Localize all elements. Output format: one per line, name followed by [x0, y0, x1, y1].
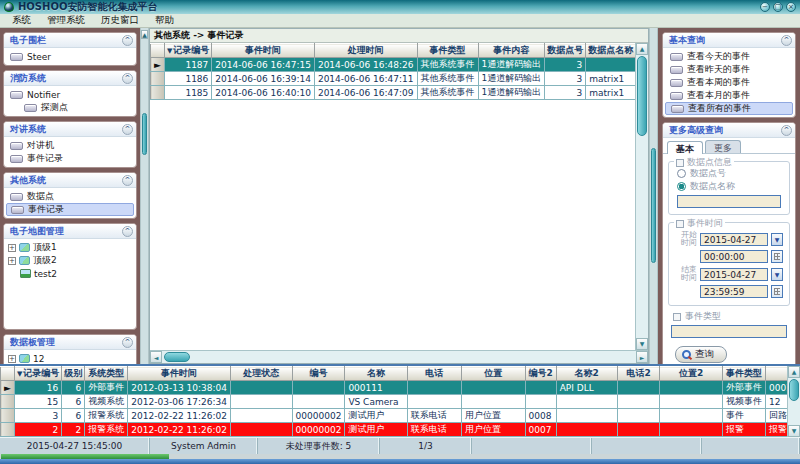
col-number[interactable]: 编号	[292, 367, 345, 381]
end-time-field[interactable]: 23:59:59	[700, 285, 768, 298]
start-time-field[interactable]: 00:00:00	[700, 250, 768, 263]
scroll-right-icon[interactable]: ►	[636, 351, 648, 363]
datapoint-checkbox[interactable]	[676, 159, 684, 167]
col-event-content[interactable]: 事件内容	[478, 44, 545, 58]
col-name2[interactable]: 名称2	[556, 367, 617, 381]
sidebar-item-event-records[interactable]: 事件记录	[6, 203, 134, 216]
col-number2[interactable]: 编号2	[525, 367, 556, 381]
radio-datapoint-name[interactable]: 数据点名称	[673, 180, 785, 193]
minimize-icon[interactable]: −	[760, 2, 770, 12]
table-row[interactable]: 1185 2014-06-06 16:40:10 2014-06-06 16:4…	[151, 86, 649, 100]
close-icon[interactable]: ×	[786, 2, 796, 12]
calendar-icon[interactable]	[771, 250, 783, 263]
collapse-icon[interactable]: ^	[122, 175, 133, 186]
collapse-icon[interactable]: ^	[122, 73, 133, 84]
menu-system[interactable]: 系统	[4, 14, 39, 27]
col-handle-time[interactable]: 处理时间	[314, 44, 417, 58]
panel-header[interactable]: 更多高级查询 ^	[663, 123, 795, 138]
sidebar-item-intercom[interactable]: 对讲机	[4, 139, 136, 152]
scroll-down-icon[interactable]: ▼	[636, 338, 648, 350]
table-row[interactable]: ► 1187 2014-06-06 16:47:15 2014-06-06 16…	[151, 58, 649, 72]
menu-manage-system[interactable]: 管理系统	[39, 14, 93, 27]
query-today[interactable]: 查看今天的事件	[665, 50, 793, 63]
start-date-field[interactable]: 2015-04-27	[700, 233, 768, 246]
panel-header[interactable]: 数据板管理 ^	[4, 335, 136, 350]
table-row[interactable]: ► 16 6 外部事件 2012-03-13 10:38:04 000111 A…	[1, 381, 800, 395]
scrollbar-thumb[interactable]	[164, 352, 190, 362]
panel-header[interactable]: 对讲系统 ^	[4, 122, 136, 137]
panel-header[interactable]: 其他系统 ^	[4, 173, 136, 188]
dropdown-icon[interactable]: ▼	[771, 233, 783, 246]
calendar-icon[interactable]	[771, 285, 783, 298]
radio-icon[interactable]	[677, 169, 686, 178]
tree-item-top2[interactable]: + 顶级2	[4, 254, 136, 267]
alarm-row[interactable]: 2 2 报警系统 2012-02-22 11:26:02 00000002 测试…	[1, 423, 800, 437]
table-row[interactable]: 1186 2014-06-06 16:39:14 2014-06-06 16:4…	[151, 72, 649, 86]
event-type-input[interactable]	[671, 325, 787, 338]
radio-selected-icon[interactable]	[677, 182, 686, 191]
event-type-checkbox[interactable]	[673, 313, 681, 321]
vertical-scrollbar[interactable]: ▲ ▼	[635, 43, 648, 350]
panel-header[interactable]: 基本查询 ^	[663, 33, 795, 48]
col-event-type[interactable]: 事件类型	[417, 44, 478, 58]
col-event-type[interactable]: 事件类型	[722, 367, 765, 381]
event-time-checkbox[interactable]	[676, 220, 684, 228]
col-system-type[interactable]: 系统类型	[85, 367, 128, 381]
col-record-id[interactable]: ▼记录编号	[164, 44, 211, 58]
query-this-month[interactable]: 查看本月的事件	[665, 89, 793, 102]
panel-header[interactable]: 电子围栏 ^	[4, 33, 136, 48]
scrollbar-thumb[interactable]	[789, 379, 799, 401]
left-splitter[interactable]: ▲	[140, 28, 149, 364]
col-name[interactable]: 名称	[345, 367, 407, 381]
collapse-icon[interactable]: ^	[781, 125, 792, 136]
splitter-thumb[interactable]	[142, 113, 147, 155]
scroll-left-icon[interactable]: ◄	[150, 351, 162, 363]
scrollbar-thumb[interactable]	[637, 56, 647, 136]
table-row[interactable]: 3 6 报警系统 2012-02-22 11:26:02 00000002 测试…	[1, 409, 800, 423]
query-yesterday[interactable]: 查看昨天的事件	[665, 63, 793, 76]
splitter-arrow-icon[interactable]: ▲	[141, 30, 148, 39]
scroll-down-icon[interactable]: ▼	[788, 425, 800, 437]
col-event-time[interactable]: 事件时间	[212, 44, 315, 58]
col-record-id[interactable]: ▼记录编号	[14, 367, 61, 381]
panel-header[interactable]: 消防系统 ^	[4, 71, 136, 86]
tree-item-test2[interactable]: test2	[4, 267, 136, 280]
alarm-vertical-scrollbar[interactable]: ▲ ▼	[787, 366, 800, 437]
col-event-time[interactable]: 事件时间	[128, 367, 231, 381]
collapse-icon[interactable]: ^	[122, 35, 133, 46]
tree-item-12[interactable]: + 12	[4, 352, 136, 364]
splitter-thumb[interactable]	[651, 148, 656, 263]
dropdown-icon[interactable]: ▼	[771, 268, 783, 281]
col-location[interactable]: 位置	[461, 367, 525, 381]
col-level[interactable]: 级别	[62, 367, 85, 381]
horizontal-scrollbar[interactable]: ◄ ►	[150, 350, 648, 363]
sidebar-item-datapoints[interactable]: 数据点	[4, 190, 136, 203]
col-phone2[interactable]: 电话2	[617, 367, 660, 381]
sidebar-item-intercom-events[interactable]: 事件记录	[4, 152, 136, 165]
maximize-icon[interactable]: □	[773, 2, 783, 12]
table-row[interactable]: 15 6 视频系统 2012-03-06 17:26:34 VS Camera …	[1, 395, 800, 409]
sidebar-item-notifier[interactable]: Notifier	[4, 88, 136, 101]
tab-more[interactable]: 更多	[705, 140, 741, 153]
query-this-week[interactable]: 查看本周的事件	[665, 76, 793, 89]
collapse-icon[interactable]: ^	[122, 226, 133, 237]
query-all[interactable]: 查看所有的事件	[665, 102, 793, 115]
expand-icon[interactable]: +	[8, 355, 16, 363]
panel-header[interactable]: 电子地图管理 ^	[4, 224, 136, 239]
right-splitter[interactable]	[649, 28, 658, 364]
collapse-icon[interactable]: ^	[122, 124, 133, 135]
sidebar-item-detector[interactable]: 探测点	[4, 101, 136, 114]
expand-icon[interactable]: +	[8, 257, 16, 265]
alarm-row[interactable]: 1 2 报警系统 2011-11-22 18:00:27 00000003 测试…	[1, 437, 800, 438]
tab-basic[interactable]: 基本	[667, 141, 703, 154]
query-button[interactable]: 查询	[675, 346, 727, 363]
collapse-icon[interactable]: ^	[122, 337, 133, 348]
col-phone[interactable]: 电话	[407, 367, 461, 381]
col-handle-status[interactable]: 处理状态	[230, 367, 292, 381]
end-date-field[interactable]: 2015-04-27	[700, 268, 768, 281]
col-location2[interactable]: 位置2	[660, 367, 722, 381]
sidebar-item-steer[interactable]: Steer	[4, 50, 136, 63]
scroll-up-icon[interactable]: ▲	[636, 43, 648, 55]
col-datapoint-name[interactable]: 数据点名称	[586, 44, 636, 58]
scroll-up-icon[interactable]: ▲	[788, 366, 800, 378]
